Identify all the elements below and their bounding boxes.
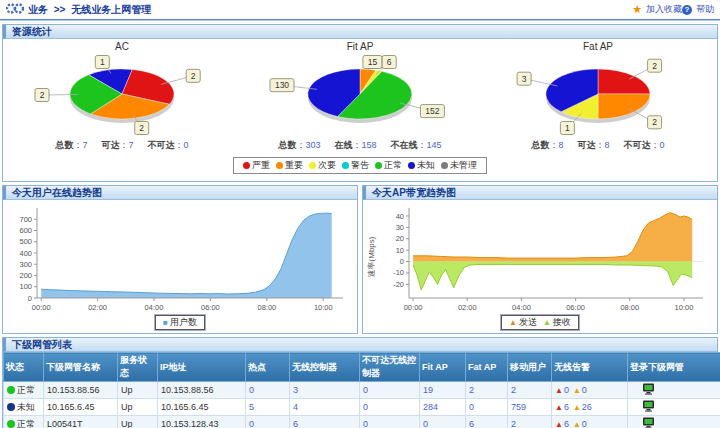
cell-mobile-users[interactable]: 759 [508, 399, 552, 416]
major-alarm-count[interactable]: 0 [582, 385, 587, 395]
major-alarm-count[interactable]: 26 [582, 402, 592, 412]
legend-marker-icon: ■ [163, 318, 168, 327]
top-divider [0, 19, 720, 21]
pie-fat-ap-chart[interactable]: 2213 [479, 54, 717, 138]
cell-wireless-alarms: ▲0▲0 [552, 382, 628, 399]
top-bar: 业务 >> 无线业务上网管理 ★ 加入收藏 ? 帮助 [0, 0, 720, 19]
cell-fit-ap[interactable]: 284 [420, 399, 466, 416]
nms-col-header: 不可达无线控制器 [360, 353, 420, 382]
cell-fat-ap[interactable]: 2 [466, 382, 508, 399]
bandwidth-trend-legend: ▲发送▲接收 [501, 315, 579, 330]
major-alarm-icon: ▲ [573, 386, 581, 395]
cell-service-status: Up [118, 382, 158, 399]
pie-svg: 156152130 [247, 54, 473, 136]
cell-login-nms [628, 382, 720, 399]
severity-legend-item: 严重 [243, 160, 270, 170]
major-alarm-count[interactable]: 0 [582, 419, 587, 428]
critical-alarm-count[interactable]: 6 [564, 402, 569, 412]
cell-unreachable-wlc[interactable]: 0 [360, 399, 420, 416]
pie-charts-row: AC 1222 总数：7可达：7不可达：0 Fit AP 156152130 总… [3, 39, 717, 152]
cell-wlc[interactable]: 6 [290, 416, 360, 428]
cell-fit-ap[interactable]: 19 [420, 382, 466, 399]
critical-alarm-count[interactable]: 6 [564, 419, 569, 428]
cell-ip-address: 10.153.128.43 [158, 416, 246, 428]
pie-stat: 不在线：145 [391, 140, 442, 150]
cell-mobile-users[interactable]: 2 [508, 382, 552, 399]
cell-nms-name[interactable]: L00541T [44, 416, 118, 428]
cell-mobile-users[interactable]: 2 [508, 416, 552, 428]
pie-slice-严重[interactable] [598, 69, 650, 94]
pie-stat: 总数：7 [55, 140, 87, 150]
nms-table-header-row: 状态下级网管名称服务状态IP地址热点无线控制器不可达无线控制器Fit APFat… [4, 353, 720, 382]
user-trend-chart[interactable]: 010020030040050060070000:0002:0004:0006:… [3, 200, 357, 315]
svg-text:100: 100 [19, 282, 32, 291]
cell-unreachable-wlc[interactable]: 0 [360, 416, 420, 428]
bandwidth-trend-header: 今天AP带宽趋势图 [363, 186, 717, 200]
svg-text:2: 2 [652, 61, 657, 71]
cell-fit-ap[interactable]: 0 [420, 416, 466, 428]
pie-ac-chart[interactable]: 1222 [3, 54, 241, 138]
svg-text:08:00: 08:00 [258, 303, 277, 312]
cell-hotspot[interactable]: 0 [246, 416, 290, 428]
pie-fat-ap-stats: 总数：8可达：8不可达：0 [479, 139, 717, 152]
cell-unreachable-wlc[interactable]: 0 [360, 382, 420, 399]
cell-nms-name[interactable]: 10.153.88.56 [44, 382, 118, 399]
svg-text:130: 130 [275, 80, 289, 90]
svg-text:400: 400 [19, 249, 32, 258]
pie-ac-stats: 总数：7可达：7不可达：0 [3, 139, 241, 152]
cell-service-status: Up [118, 399, 158, 416]
pie-stat: 可达：7 [101, 140, 133, 150]
severity-legend: 严重重要次要警告正常未知未管理 [233, 157, 487, 174]
add-favorite-link[interactable]: 加入收藏 [646, 3, 682, 16]
help-icon[interactable]: ? [682, 5, 692, 15]
severity-dot-icon [342, 162, 349, 169]
svg-text:06:00: 06:00 [201, 303, 220, 312]
cell-hotspot[interactable]: 5 [246, 399, 290, 416]
pie-fit-ap-chart[interactable]: 156152130 [241, 54, 479, 138]
breadcrumb: 业务 >> 无线业务上网管理 [28, 3, 151, 17]
cell-wlc[interactable]: 4 [290, 399, 360, 416]
nms-table: 状态下级网管名称服务状态IP地址热点无线控制器不可达无线控制器Fit APFat… [3, 352, 720, 428]
cell-wlc[interactable]: 3 [290, 382, 360, 399]
svg-text:06:00: 06:00 [566, 303, 585, 312]
pie-slice-重要[interactable] [598, 94, 650, 119]
cell-fat-ap[interactable]: 0 [466, 399, 508, 416]
svg-text:500: 500 [19, 237, 32, 246]
legend-marker-icon: ▲ [509, 318, 517, 327]
pie-ac: AC 1222 总数：7可达：7不可达：0 [3, 39, 241, 152]
svg-text:02:00: 02:00 [88, 303, 107, 312]
svg-text:700: 700 [19, 215, 32, 224]
pie-stat: 总数：8 [531, 140, 563, 150]
severity-legend-item: 重要 [276, 160, 303, 170]
cell-wireless-alarms: ▲6▲26 [552, 399, 628, 416]
pie-fit-ap-title: Fit AP [241, 41, 479, 54]
nms-table-row[interactable]: 未知10.165.6.45Up10.165.6.455402840759▲6▲2… [4, 399, 720, 416]
nms-list-header: 下级网管列表 [3, 338, 717, 352]
pie-svg: 1222 [9, 54, 235, 136]
login-nms-icon[interactable] [642, 400, 655, 414]
cell-login-nms [628, 399, 720, 416]
breadcrumb-root[interactable]: 业务 [28, 4, 48, 15]
legend-label: 接收 [553, 317, 571, 327]
area-svg: -20-1001020304000:0002:0004:0006:0008:00… [365, 201, 713, 313]
cell-nms-name[interactable]: 10.165.6.45 [44, 399, 118, 416]
cell-hotspot[interactable]: 0 [246, 382, 290, 399]
nms-col-header: 服务状态 [118, 353, 158, 382]
nms-col-header: IP地址 [158, 353, 246, 382]
nms-col-header: 登录下级网管 [628, 353, 720, 382]
nms-col-header: 下级网管名称 [44, 353, 118, 382]
cell-fat-ap[interactable]: 6 [466, 416, 508, 428]
cell-ip-address: 10.153.88.56 [158, 382, 246, 399]
login-nms-icon[interactable] [642, 383, 655, 397]
cell-status: 正常 [4, 382, 44, 399]
help-link[interactable]: 帮助 [696, 3, 714, 16]
cell-service-status: Up [118, 416, 158, 428]
bandwidth-trend-chart[interactable]: -20-1001020304000:0002:0004:0006:0008:00… [363, 200, 717, 315]
favorite-star-icon[interactable]: ★ [632, 3, 642, 16]
nms-table-row[interactable]: 正常10.153.88.56Up10.153.88.560301922▲0▲0 [4, 382, 720, 399]
svg-text:600: 600 [19, 226, 32, 235]
nms-table-row[interactable]: 正常L00541TUp10.153.128.43060062▲6▲0 [4, 416, 720, 428]
login-nms-icon[interactable] [642, 417, 655, 428]
svg-text:6: 6 [387, 57, 392, 67]
critical-alarm-count[interactable]: 0 [564, 385, 569, 395]
